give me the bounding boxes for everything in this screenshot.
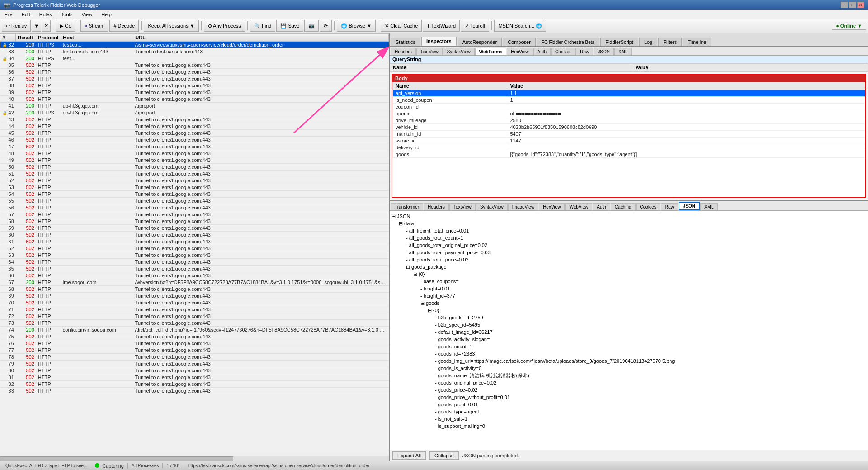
replay-dropdown[interactable]: ▼ (32, 20, 41, 32)
table-row[interactable]: 🔒 32 200 HTTPS test.ca... /ssms-services… (0, 42, 389, 48)
table-row[interactable]: 45 502 HTTP Tunnel to clients1.google.co… (0, 130, 389, 137)
body-param-row[interactable]: sstore_id 1147 (393, 138, 865, 144)
table-row[interactable]: 46 502 HTTP Tunnel to clients1.google.co… (0, 137, 389, 143)
table-row[interactable]: 65 502 HTTP Tunnel to clients1.google.co… (0, 266, 389, 272)
table-row[interactable]: 44 502 HTTP Tunnel to clients1.google.co… (0, 123, 389, 130)
resp-tab-transformer[interactable]: Transformer (391, 203, 423, 210)
table-row[interactable]: 74 200 HTTP config.pinyin.sogou.com /dic… (0, 327, 389, 333)
resp-tab-textview[interactable]: TextView (449, 203, 476, 210)
table-row[interactable]: 54 502 HTTP Tunnel to clients1.google.co… (0, 191, 389, 198)
resp-tab-xml[interactable]: XML (700, 203, 718, 210)
collapse-button[interactable]: Collapse (429, 451, 459, 460)
table-row[interactable]: 33 200 HTTP test.carisok.com:443 Tunnel … (0, 48, 389, 55)
json-tree[interactable]: ⊟ JSON⊟ data- all_freight_total_price=0.… (390, 211, 868, 450)
table-row[interactable]: 37 502 HTTP Tunnel to clients1.google.co… (0, 76, 389, 82)
camera-button[interactable]: 📷 (304, 20, 319, 32)
table-row[interactable]: 78 502 HTTP Tunnel to clients1.google.co… (0, 354, 389, 361)
table-row[interactable]: 73 502 HTTP Tunnel to clients1.google.co… (0, 320, 389, 327)
table-row[interactable]: 43 502 HTTP Tunnel to clients1.google.co… (0, 116, 389, 123)
keep-sessions-button[interactable]: Keep: All sessions ▼ (144, 20, 198, 32)
go-button[interactable]: ▶ Go (56, 20, 75, 32)
table-row[interactable]: 80 502 HTTP Tunnel to clients1.google.co… (0, 367, 389, 374)
restore-btn[interactable]: □ (849, 2, 856, 8)
capturing-status[interactable]: Capturing (91, 463, 127, 469)
table-row[interactable]: 71 502 HTTP Tunnel to clients1.google.co… (0, 306, 389, 313)
body-param-row[interactable]: is_need_coupon 1 (393, 97, 865, 104)
body-param-row[interactable]: drive_mileage 2580 (393, 117, 865, 124)
table-row[interactable]: 50 502 HTTP Tunnel to clients1.google.co… (0, 164, 389, 171)
table-row[interactable]: 76 502 HTTP Tunnel to clients1.google.co… (0, 340, 389, 347)
table-row[interactable]: 62 502 HTTP Tunnel to clients1.google.co… (0, 245, 389, 252)
table-row[interactable]: 83 502 HTTP Tunnel to clients1.google.co… (0, 388, 389, 394)
body-param-row[interactable]: delivery_id (393, 144, 865, 151)
resp-tab-syntaxview[interactable]: SyntaxView (476, 203, 508, 210)
table-row[interactable]: 41 200 HTTP up-hl.3g.qq.com /upreport (0, 103, 389, 109)
table-row[interactable]: 38 502 HTTP Tunnel to clients1.google.co… (0, 82, 389, 89)
table-row[interactable]: 82 502 HTTP Tunnel to clients1.google.co… (0, 381, 389, 388)
resp-tab-headers[interactable]: Headers (424, 203, 449, 210)
table-row[interactable]: 72 502 HTTP Tunnel to clients1.google.co… (0, 313, 389, 320)
req-tab-syntaxview[interactable]: SyntaxView (443, 48, 475, 55)
tab-composer[interactable]: Composer (503, 38, 536, 46)
resp-tab-hexview[interactable]: HexView (539, 203, 565, 210)
process-filter[interactable]: All Processes (128, 463, 163, 468)
browse-button[interactable]: 🌐 Browse ▼ (337, 20, 376, 32)
tab-inspectors[interactable]: Inspectors (421, 37, 457, 46)
clear-cache-button[interactable]: ✕ Clear Cache (381, 20, 422, 32)
textwizard-button[interactable]: T TextWizard (423, 20, 460, 32)
body-param-row[interactable]: goods [{"goods_id":"72383","quantity":"1… (393, 151, 865, 158)
table-row[interactable]: 70 502 HTTP Tunnel to clients1.google.co… (0, 299, 389, 306)
resp-tab-cookies[interactable]: Cookies (636, 203, 660, 210)
tearoff-button[interactable]: ↗ Tearoff (461, 20, 489, 32)
menu-file[interactable]: File (2, 11, 15, 18)
resp-tab-raw[interactable]: Raw (661, 203, 678, 210)
resp-tab-caching[interactable]: Caching (611, 203, 636, 210)
body-param-row[interactable]: openid oF■■■■■■■■■■■■■■■ (393, 110, 865, 117)
resp-tab-json[interactable]: JSON (679, 202, 700, 210)
table-row[interactable]: 57 502 HTTP Tunnel to clients1.google.co… (0, 211, 389, 218)
body-param-row[interactable]: vehicle_id 4028b2b65901f83501590608c82d0… (393, 124, 865, 131)
req-tab-xml[interactable]: XML (614, 48, 632, 55)
decode-button[interactable]: # Decode (109, 20, 139, 32)
table-row[interactable]: 59 502 HTTP Tunnel to clients1.google.co… (0, 225, 389, 232)
req-tab-textview[interactable]: TextView (416, 48, 443, 55)
req-tab-cookies[interactable]: Cookies (551, 48, 576, 55)
table-row[interactable]: 40 502 HTTP Tunnel to clients1.google.co… (0, 96, 389, 103)
body-param-row[interactable]: api_version 1 1 (393, 90, 865, 97)
table-row[interactable]: 49 502 HTTP Tunnel to clients1.google.co… (0, 157, 389, 164)
tab-fiddler-orchestra[interactable]: FO Fiddler Orchestra Beta (537, 38, 599, 46)
table-row[interactable]: 48 502 HTTP Tunnel to clients1.google.co… (0, 150, 389, 157)
table-row[interactable]: 39 502 HTTP Tunnel to clients1.google.co… (0, 89, 389, 96)
table-row[interactable]: 60 502 HTTP Tunnel to clients1.google.co… (0, 232, 389, 238)
refresh-button[interactable]: ⟳ (320, 20, 332, 32)
table-row[interactable]: 63 502 HTTP Tunnel to clients1.google.co… (0, 252, 389, 259)
body-param-row[interactable]: maintain_id 5407 (393, 131, 865, 138)
table-row[interactable]: 56 502 HTTP Tunnel to clients1.google.co… (0, 204, 389, 211)
find-button[interactable]: 🔍 Find (250, 20, 275, 32)
menu-tools[interactable]: Tools (58, 11, 75, 18)
tab-autoresponder[interactable]: AutoResponder (458, 38, 502, 46)
table-row[interactable]: 35 502 HTTP Tunnel to clients1.google.co… (0, 62, 389, 69)
table-row[interactable]: 51 502 HTTP Tunnel to clients1.google.co… (0, 171, 389, 177)
table-row[interactable]: 79 502 HTTP Tunnel to clients1.google.co… (0, 361, 389, 367)
table-row[interactable]: 61 502 HTTP Tunnel to clients1.google.co… (0, 238, 389, 245)
tab-timeline[interactable]: Timeline (683, 38, 711, 46)
resp-tab-imageview[interactable]: ImageView (508, 203, 538, 210)
table-row[interactable]: 68 502 HTTP Tunnel to clients1.google.co… (0, 286, 389, 293)
replay-button[interactable]: ↩ Replay (2, 20, 31, 32)
menu-rules[interactable]: Rules (37, 11, 55, 18)
tab-log[interactable]: Log (639, 38, 657, 46)
req-tab-headers[interactable]: Headers (391, 48, 416, 55)
table-row[interactable]: 64 502 HTTP Tunnel to clients1.google.co… (0, 259, 389, 266)
req-tab-auth[interactable]: Auth (533, 48, 551, 55)
table-row[interactable]: 67 200 HTTP ime.sogou.com /wbversion.txt… (0, 279, 389, 286)
save-button[interactable]: 💾 Save (276, 20, 303, 32)
menu-help[interactable]: Help (99, 11, 114, 18)
req-tab-raw[interactable]: Raw (576, 48, 593, 55)
body-param-row[interactable]: coupon_id (393, 104, 865, 110)
table-row[interactable]: 75 502 HTTP Tunnel to clients1.google.co… (0, 333, 389, 340)
minimize-btn[interactable]: ─ (841, 2, 848, 8)
expand-all-button[interactable]: Expand All (392, 451, 426, 460)
table-row[interactable]: 47 502 HTTP Tunnel to clients1.google.co… (0, 143, 389, 150)
table-row[interactable]: 81 502 HTTP Tunnel to clients1.google.co… (0, 374, 389, 381)
